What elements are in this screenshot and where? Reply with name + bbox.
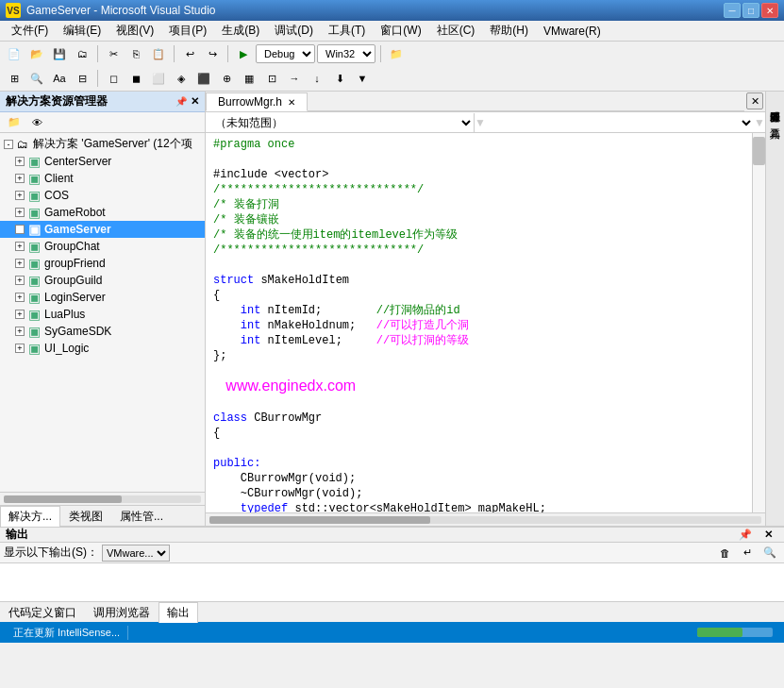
properties-tab[interactable]: 属性管...	[111, 506, 172, 527]
code-scroll-area[interactable]: #pragma once #include <vector> /********…	[206, 133, 765, 512]
tree-item-cos[interactable]: + ▣ COS	[0, 187, 205, 204]
output-clear-btn[interactable]: 🗑	[714, 543, 735, 563]
tb2-3[interactable]: Aa	[49, 68, 70, 89]
tb2-15[interactable]: ⬇	[329, 68, 350, 89]
tb2-11[interactable]: ▦	[239, 68, 259, 89]
code-editor[interactable]: #pragma once #include <vector> /********…	[206, 133, 765, 512]
tree-item-gameserver[interactable]: + ▣ GameServer	[0, 221, 205, 238]
solution-tab[interactable]: 解决方...	[0, 506, 60, 527]
solution-root[interactable]: - 🗂 解决方案 'GameServer' (12个项	[0, 135, 205, 153]
project-icon-cos: ▣	[26, 188, 42, 203]
editor-close-btn[interactable]: ✕	[746, 92, 763, 109]
expand-cos[interactable]: +	[15, 191, 25, 200]
tb2-5[interactable]: ◻	[103, 68, 124, 89]
tb2-14[interactable]: ↓	[307, 68, 327, 89]
tb2-1[interactable]: ⊞	[4, 68, 25, 89]
tb2-10[interactable]: ⊕	[216, 68, 237, 89]
tb2-8[interactable]: ◈	[171, 68, 192, 89]
save-btn[interactable]: 💾	[49, 43, 70, 64]
expand-uilogic[interactable]: +	[15, 344, 25, 353]
expand-gameserver[interactable]: +	[15, 225, 25, 234]
expand-groupchat[interactable]: +	[15, 242, 25, 251]
tree-item-uilogic[interactable]: + ▣ UI_Logic	[0, 340, 205, 357]
expand-loginserver[interactable]: +	[15, 293, 25, 302]
output-toolbar: 显示以下输出(S)： VMware... 🗑 ↵ 🔍	[0, 543, 784, 563]
expand-sygamesdk[interactable]: +	[15, 327, 25, 336]
open-file-btn[interactable]: 📁	[386, 43, 407, 64]
menu-file[interactable]: 文件(F)	[4, 21, 56, 41]
undo-btn[interactable]: ↩	[179, 43, 200, 64]
panel-header: 解决方案资源管理器 📌 ✕	[0, 92, 205, 112]
menu-vmware[interactable]: VMware(R)	[536, 23, 609, 40]
editor-tab-burrowmgr[interactable]: BurrowMgr.h ✕	[206, 92, 308, 111]
open-btn[interactable]: 📂	[26, 43, 47, 64]
footer-tab-callbrowser[interactable]: 调用浏览器	[85, 602, 158, 623]
tree-item-client[interactable]: + ▣ Client	[0, 170, 205, 187]
redo-btn[interactable]: ↪	[202, 43, 223, 64]
output-wrap-btn[interactable]: ↵	[737, 543, 758, 563]
panel-close-btn[interactable]: ✕	[191, 95, 199, 108]
tree-item-luaplus[interactable]: + ▣ LuaPlus	[0, 306, 205, 323]
menu-edit[interactable]: 编辑(E)	[56, 21, 108, 41]
right-tab-toolbox[interactable]: 工具箱	[765, 112, 784, 129]
cut-btn[interactable]: ✂	[103, 43, 124, 64]
expand-client[interactable]: +	[15, 174, 25, 183]
minimize-button[interactable]: ─	[724, 3, 741, 18]
close-button[interactable]: ✕	[761, 3, 778, 18]
tb2-4[interactable]: ⊟	[72, 68, 92, 89]
tree-new-folder[interactable]: 📁	[4, 112, 25, 133]
tree-item-groupchat[interactable]: + ▣ GroupChat	[0, 238, 205, 255]
scope-select-right[interactable]	[486, 113, 754, 132]
vertical-scrollbar[interactable]	[752, 133, 765, 512]
new-btn[interactable]: 📄	[4, 43, 25, 64]
tb2-6[interactable]: ◼	[125, 68, 146, 89]
copy-btn[interactable]: ⎘	[125, 43, 146, 64]
scope-select-left[interactable]: （未知范围）	[206, 113, 475, 132]
menu-tools[interactable]: 工具(T)	[321, 21, 373, 41]
maximize-button[interactable]: □	[742, 3, 759, 18]
footer-tab-codedef[interactable]: 代码定义窗口	[0, 602, 85, 623]
menu-view[interactable]: 视图(V)	[108, 21, 161, 41]
run-btn[interactable]: ▶	[233, 43, 254, 64]
tb2-13[interactable]: →	[284, 68, 305, 89]
output-text	[6, 565, 778, 577]
menu-build[interactable]: 生成(B)	[214, 21, 267, 41]
tree-item-gamerobot[interactable]: + ▣ GameRobot	[0, 204, 205, 221]
tree-show-all[interactable]: 👁	[26, 112, 47, 133]
tb2-9[interactable]: ⬛	[193, 68, 214, 89]
output-find-btn[interactable]: 🔍	[759, 543, 780, 563]
right-tab-server-explorer[interactable]: 服务器资源管理器	[765, 95, 784, 112]
tb2-7[interactable]: ⬜	[148, 68, 169, 89]
editor-hscrollbar[interactable]	[206, 512, 765, 526]
editor-tab-close-icon[interactable]: ✕	[288, 97, 295, 108]
dropdown-more[interactable]: ▼	[352, 68, 373, 89]
tree-item-sygamesdk[interactable]: + ▣ SyGameSDK	[0, 323, 205, 340]
paste-btn[interactable]: 📋	[148, 43, 169, 64]
menu-project[interactable]: 项目(P)	[161, 21, 214, 41]
menu-window[interactable]: 窗口(W)	[373, 21, 428, 41]
menu-debug[interactable]: 调试(D)	[267, 21, 321, 41]
platform-config[interactable]: Win32	[317, 44, 375, 63]
expand-icon[interactable]: -	[4, 140, 13, 149]
pin-icon[interactable]: 📌	[175, 96, 187, 107]
output-source-select[interactable]: VMware...	[102, 545, 170, 562]
tree-item-loginserver[interactable]: + ▣ LoginServer	[0, 289, 205, 306]
expand-gamerobot[interactable]: +	[15, 208, 25, 217]
menu-help[interactable]: 帮助(H)	[482, 21, 536, 41]
tb2-2[interactable]: 🔍	[26, 68, 47, 89]
expand-groupguild[interactable]: +	[15, 276, 25, 285]
expand-luaplus[interactable]: +	[15, 310, 25, 319]
menu-community[interactable]: 社区(C)	[429, 21, 483, 41]
expand-groupfriend[interactable]: +	[15, 259, 25, 268]
expand-centerserver[interactable]: +	[15, 157, 25, 166]
tree-item-groupguild[interactable]: + ▣ GroupGuild	[0, 272, 205, 289]
tree-item-centerserver[interactable]: + ▣ CenterServer	[0, 153, 205, 170]
footer-tab-output[interactable]: 输出	[158, 602, 198, 623]
output-show-label: 显示以下输出(S)：	[4, 545, 98, 561]
save-all-btn[interactable]: 🗂	[72, 43, 92, 64]
debug-config[interactable]: Debug	[256, 44, 315, 63]
classview-tab[interactable]: 类视图	[60, 506, 111, 527]
tb2-12[interactable]: ⊡	[261, 68, 282, 89]
tree-item-groupfriend[interactable]: + ▣ groupFriend	[0, 255, 205, 272]
horizontal-scrollbar[interactable]	[0, 492, 205, 505]
